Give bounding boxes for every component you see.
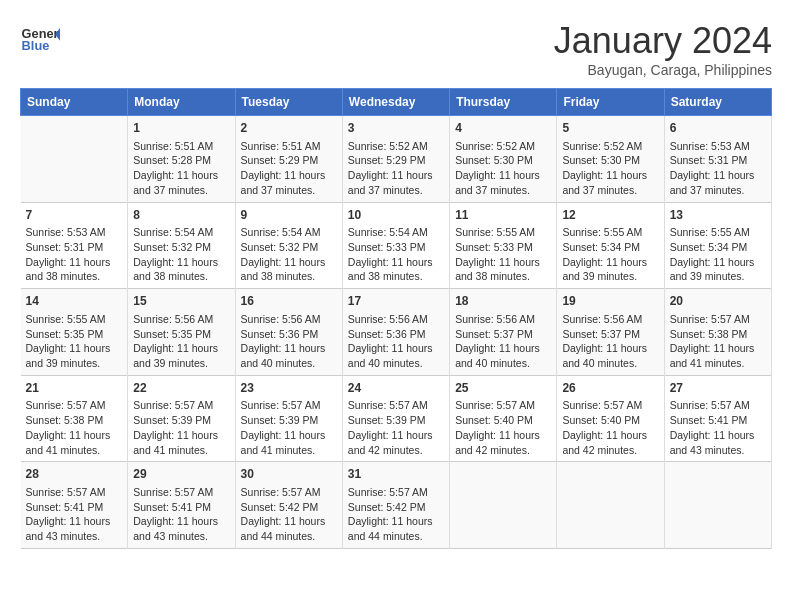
day-info: Sunset: 5:40 PM [455, 413, 551, 428]
day-info: Sunset: 5:39 PM [133, 413, 229, 428]
day-cell: 30Sunrise: 5:57 AMSunset: 5:42 PMDayligh… [235, 462, 342, 549]
day-info: Daylight: 11 hours [133, 255, 229, 270]
day-info: Daylight: 11 hours [562, 255, 658, 270]
weekday-header-friday: Friday [557, 89, 664, 116]
day-number: 27 [670, 380, 766, 397]
day-number: 3 [348, 120, 444, 137]
day-info: Sunset: 5:31 PM [26, 240, 123, 255]
day-info: and 41 minutes. [241, 443, 337, 458]
day-number: 17 [348, 293, 444, 310]
day-info: Sunrise: 5:54 AM [348, 225, 444, 240]
day-info: and 38 minutes. [133, 269, 229, 284]
day-info: Sunset: 5:35 PM [133, 327, 229, 342]
weekday-header-wednesday: Wednesday [342, 89, 449, 116]
day-cell: 9Sunrise: 5:54 AMSunset: 5:32 PMDaylight… [235, 202, 342, 289]
day-info: Sunset: 5:29 PM [348, 153, 444, 168]
day-info: Sunset: 5:40 PM [562, 413, 658, 428]
day-cell: 8Sunrise: 5:54 AMSunset: 5:32 PMDaylight… [128, 202, 235, 289]
day-cell: 11Sunrise: 5:55 AMSunset: 5:33 PMDayligh… [450, 202, 557, 289]
day-info: Daylight: 11 hours [133, 514, 229, 529]
day-cell: 19Sunrise: 5:56 AMSunset: 5:37 PMDayligh… [557, 289, 664, 376]
day-info: and 41 minutes. [133, 443, 229, 458]
day-info: Sunrise: 5:57 AM [670, 398, 766, 413]
day-info: and 39 minutes. [133, 356, 229, 371]
day-cell: 16Sunrise: 5:56 AMSunset: 5:36 PMDayligh… [235, 289, 342, 376]
day-cell [557, 462, 664, 549]
day-info: Sunrise: 5:57 AM [348, 485, 444, 500]
weekday-header-monday: Monday [128, 89, 235, 116]
week-row-5: 28Sunrise: 5:57 AMSunset: 5:41 PMDayligh… [21, 462, 772, 549]
weekday-header-sunday: Sunday [21, 89, 128, 116]
month-title: January 2024 [554, 20, 772, 62]
day-number: 7 [26, 207, 123, 224]
day-number: 14 [26, 293, 123, 310]
day-info: and 44 minutes. [348, 529, 444, 544]
day-info: Sunrise: 5:57 AM [562, 398, 658, 413]
day-info: Sunset: 5:30 PM [562, 153, 658, 168]
title-block: January 2024 Bayugan, Caraga, Philippine… [554, 20, 772, 78]
logo-icon: General Blue [20, 20, 60, 60]
day-info: Daylight: 11 hours [348, 255, 444, 270]
week-row-3: 14Sunrise: 5:55 AMSunset: 5:35 PMDayligh… [21, 289, 772, 376]
day-info: Sunrise: 5:57 AM [348, 398, 444, 413]
day-info: Sunrise: 5:56 AM [562, 312, 658, 327]
day-info: Sunset: 5:34 PM [562, 240, 658, 255]
day-number: 11 [455, 207, 551, 224]
day-cell [21, 116, 128, 203]
week-row-4: 21Sunrise: 5:57 AMSunset: 5:38 PMDayligh… [21, 375, 772, 462]
day-info: Sunset: 5:37 PM [562, 327, 658, 342]
week-row-1: 1Sunrise: 5:51 AMSunset: 5:28 PMDaylight… [21, 116, 772, 203]
day-info: Sunset: 5:30 PM [455, 153, 551, 168]
day-info: Daylight: 11 hours [455, 428, 551, 443]
day-info: Sunset: 5:28 PM [133, 153, 229, 168]
day-info: and 41 minutes. [670, 356, 766, 371]
day-number: 23 [241, 380, 337, 397]
day-info: and 37 minutes. [348, 183, 444, 198]
day-info: Daylight: 11 hours [670, 168, 766, 183]
svg-text:Blue: Blue [22, 38, 50, 53]
day-number: 10 [348, 207, 444, 224]
day-info: Daylight: 11 hours [455, 255, 551, 270]
day-number: 25 [455, 380, 551, 397]
day-number: 21 [26, 380, 123, 397]
day-info: Sunset: 5:33 PM [455, 240, 551, 255]
day-cell: 31Sunrise: 5:57 AMSunset: 5:42 PMDayligh… [342, 462, 449, 549]
day-info: Sunrise: 5:55 AM [562, 225, 658, 240]
day-cell: 18Sunrise: 5:56 AMSunset: 5:37 PMDayligh… [450, 289, 557, 376]
day-number: 16 [241, 293, 337, 310]
day-info: Daylight: 11 hours [348, 168, 444, 183]
day-info: and 42 minutes. [562, 443, 658, 458]
day-info: Sunrise: 5:57 AM [241, 485, 337, 500]
day-number: 15 [133, 293, 229, 310]
day-info: Daylight: 11 hours [26, 255, 123, 270]
day-cell: 5Sunrise: 5:52 AMSunset: 5:30 PMDaylight… [557, 116, 664, 203]
day-info: Sunrise: 5:57 AM [455, 398, 551, 413]
day-info: Daylight: 11 hours [241, 255, 337, 270]
location: Bayugan, Caraga, Philippines [554, 62, 772, 78]
day-info: Sunrise: 5:57 AM [133, 398, 229, 413]
day-cell: 29Sunrise: 5:57 AMSunset: 5:41 PMDayligh… [128, 462, 235, 549]
day-number: 9 [241, 207, 337, 224]
day-info: Daylight: 11 hours [670, 428, 766, 443]
day-number: 26 [562, 380, 658, 397]
day-number: 2 [241, 120, 337, 137]
day-info: Sunset: 5:35 PM [26, 327, 123, 342]
day-info: Sunset: 5:32 PM [133, 240, 229, 255]
day-number: 29 [133, 466, 229, 483]
day-info: Sunrise: 5:51 AM [241, 139, 337, 154]
day-info: and 38 minutes. [26, 269, 123, 284]
day-number: 4 [455, 120, 551, 137]
day-info: and 39 minutes. [26, 356, 123, 371]
day-cell: 24Sunrise: 5:57 AMSunset: 5:39 PMDayligh… [342, 375, 449, 462]
day-info: Sunrise: 5:57 AM [670, 312, 766, 327]
day-cell: 13Sunrise: 5:55 AMSunset: 5:34 PMDayligh… [664, 202, 771, 289]
day-info: and 43 minutes. [133, 529, 229, 544]
weekday-header-saturday: Saturday [664, 89, 771, 116]
day-info: and 37 minutes. [133, 183, 229, 198]
day-cell: 2Sunrise: 5:51 AMSunset: 5:29 PMDaylight… [235, 116, 342, 203]
day-info: Sunrise: 5:52 AM [562, 139, 658, 154]
day-info: Sunrise: 5:51 AM [133, 139, 229, 154]
day-info: and 37 minutes. [455, 183, 551, 198]
day-info: Daylight: 11 hours [133, 428, 229, 443]
day-info: Sunset: 5:36 PM [241, 327, 337, 342]
